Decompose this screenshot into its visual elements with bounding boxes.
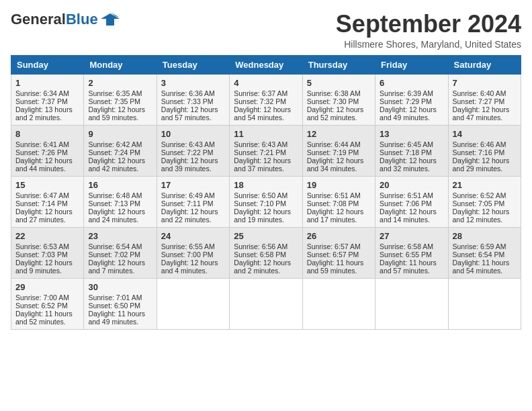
day-number: 20 (380, 180, 443, 190)
sunrise: Sunrise: 6:40 AM (453, 89, 506, 97)
sunset: Sunset: 7:08 PM (307, 199, 359, 208)
sunrise: Sunrise: 6:49 AM (161, 191, 215, 199)
sunset: Sunset: 7:18 PM (380, 148, 432, 156)
sunset: Sunset: 7:26 PM (15, 148, 68, 156)
sunset: Sunset: 7:30 PM (307, 97, 359, 105)
table-row: 27Sunrise: 6:58 AMSunset: 6:55 PMDayligh… (375, 227, 448, 278)
table-row: 17Sunrise: 6:49 AMSunset: 7:11 PMDayligh… (157, 176, 229, 227)
daylight: Daylight: 11 hours and 52 minutes. (15, 310, 73, 326)
day-number: 14 (453, 129, 517, 139)
table-row: 26Sunrise: 6:57 AMSunset: 6:57 PMDayligh… (302, 227, 375, 278)
sunset: Sunset: 7:00 PM (161, 250, 214, 259)
table-row: 21Sunrise: 6:52 AMSunset: 7:05 PMDayligh… (448, 176, 521, 227)
header-friday: Friday (375, 55, 448, 74)
day-number: 1 (15, 78, 79, 88)
svg-marker-0 (101, 13, 120, 26)
sunrise: Sunrise: 6:53 AM (15, 242, 69, 250)
daylight: Daylight: 12 hours and 57 minutes. (161, 105, 218, 122)
sunset: Sunset: 6:52 PM (15, 302, 68, 310)
table-row: 22Sunrise: 6:53 AMSunset: 7:03 PMDayligh… (11, 227, 84, 278)
sunrise: Sunrise: 6:43 AM (161, 140, 215, 148)
daylight: Daylight: 12 hours and 59 minutes. (88, 105, 145, 122)
table-row: 6Sunrise: 6:39 AMSunset: 7:29 PMDaylight… (375, 74, 448, 125)
sunset: Sunset: 7:11 PM (161, 199, 214, 208)
day-number: 7 (453, 78, 517, 88)
sunset: Sunset: 6:55 PM (380, 250, 432, 259)
daylight: Daylight: 12 hours and 39 minutes. (161, 156, 218, 173)
sunrise: Sunrise: 6:38 AM (307, 89, 361, 97)
day-number: 12 (307, 129, 371, 139)
page-header: GeneralBlue September 2024 Hillsmere Sho… (11, 11, 521, 50)
daylight: Daylight: 12 hours and 44 minutes. (15, 156, 73, 173)
daylight: Daylight: 12 hours and 2 minutes. (234, 259, 291, 275)
calendar-table: Sunday Monday Tuesday Wednesday Thursday… (11, 55, 521, 330)
sunrise: Sunrise: 6:47 AM (15, 191, 69, 199)
day-number: 30 (88, 282, 152, 292)
table-row: 11Sunrise: 6:43 AMSunset: 7:21 PMDayligh… (230, 125, 302, 176)
daylight: Daylight: 11 hours and 57 minutes. (380, 259, 437, 275)
sunset: Sunset: 7:27 PM (453, 97, 505, 105)
sunset: Sunset: 7:05 PM (453, 199, 505, 208)
table-row (157, 278, 229, 329)
table-row: 15Sunrise: 6:47 AMSunset: 7:14 PMDayligh… (11, 176, 84, 227)
day-number: 18 (234, 180, 298, 190)
table-row: 20Sunrise: 6:51 AMSunset: 7:06 PMDayligh… (375, 176, 448, 227)
sunrise: Sunrise: 6:55 AM (161, 242, 215, 250)
daylight: Daylight: 12 hours and 24 minutes. (88, 208, 145, 224)
daylight: Daylight: 12 hours and 32 minutes. (380, 156, 437, 173)
sunset: Sunset: 6:57 PM (307, 250, 359, 259)
day-number: 25 (234, 231, 298, 241)
table-row: 30Sunrise: 7:01 AMSunset: 6:50 PMDayligh… (84, 278, 157, 329)
day-number: 19 (307, 180, 371, 190)
day-number: 17 (161, 180, 225, 190)
daylight: Daylight: 13 hours and 2 minutes. (15, 105, 73, 122)
header-sunday: Sunday (11, 55, 84, 74)
daylight: Daylight: 12 hours and 52 minutes. (307, 105, 364, 122)
daylight: Daylight: 12 hours and 37 minutes. (234, 156, 291, 173)
table-row: 3Sunrise: 6:36 AMSunset: 7:33 PMDaylight… (157, 74, 229, 125)
table-row (302, 278, 375, 329)
logo-bird-icon (101, 12, 120, 27)
header-thursday: Thursday (302, 55, 375, 74)
daylight: Daylight: 12 hours and 27 minutes. (15, 208, 73, 224)
table-row: 10Sunrise: 6:43 AMSunset: 7:22 PMDayligh… (157, 125, 229, 176)
daylight: Daylight: 12 hours and 29 minutes. (453, 156, 510, 173)
day-number: 26 (307, 231, 371, 241)
sunrise: Sunrise: 6:42 AM (88, 140, 142, 148)
sunrise: Sunrise: 6:51 AM (380, 191, 433, 199)
header-wednesday: Wednesday (230, 55, 302, 74)
table-row: 25Sunrise: 6:56 AMSunset: 6:58 PMDayligh… (230, 227, 302, 278)
table-row: 7Sunrise: 6:40 AMSunset: 7:27 PMDaylight… (448, 74, 521, 125)
daylight: Daylight: 12 hours and 22 minutes. (161, 208, 218, 224)
daylight: Daylight: 12 hours and 34 minutes. (307, 156, 364, 173)
daylight: Daylight: 12 hours and 7 minutes. (88, 259, 145, 275)
daylight: Daylight: 12 hours and 12 minutes. (453, 208, 510, 224)
day-number: 28 (453, 231, 517, 241)
sunrise: Sunrise: 6:58 AM (380, 242, 433, 250)
sunset: Sunset: 7:21 PM (234, 148, 286, 156)
sunrise: Sunrise: 7:00 AM (15, 293, 69, 302)
table-row: 16Sunrise: 6:48 AMSunset: 7:13 PMDayligh… (84, 176, 157, 227)
month-title: September 2024 (336, 11, 521, 38)
day-number: 6 (380, 78, 443, 88)
daylight: Daylight: 12 hours and 42 minutes. (88, 156, 145, 173)
table-row: 12Sunrise: 6:44 AMSunset: 7:19 PMDayligh… (302, 125, 375, 176)
sunrise: Sunrise: 6:59 AM (453, 242, 506, 250)
sunset: Sunset: 7:33 PM (161, 97, 214, 105)
day-number: 16 (88, 180, 152, 190)
sunrise: Sunrise: 7:01 AM (88, 293, 142, 302)
sunrise: Sunrise: 6:56 AM (234, 242, 287, 250)
day-number: 22 (15, 231, 79, 241)
table-row: 19Sunrise: 6:51 AMSunset: 7:08 PMDayligh… (302, 176, 375, 227)
day-number: 10 (161, 129, 225, 139)
logo: GeneralBlue (11, 11, 120, 28)
day-number: 21 (453, 180, 517, 190)
header-monday: Monday (84, 55, 157, 74)
day-number: 8 (15, 129, 79, 139)
table-row: 24Sunrise: 6:55 AMSunset: 7:00 PMDayligh… (157, 227, 229, 278)
sunset: Sunset: 7:13 PM (88, 199, 140, 208)
sunset: Sunset: 7:32 PM (234, 97, 286, 105)
table-row: 4Sunrise: 6:37 AMSunset: 7:32 PMDaylight… (230, 74, 302, 125)
table-row: 5Sunrise: 6:38 AMSunset: 7:30 PMDaylight… (302, 74, 375, 125)
sunrise: Sunrise: 6:54 AM (88, 242, 142, 250)
